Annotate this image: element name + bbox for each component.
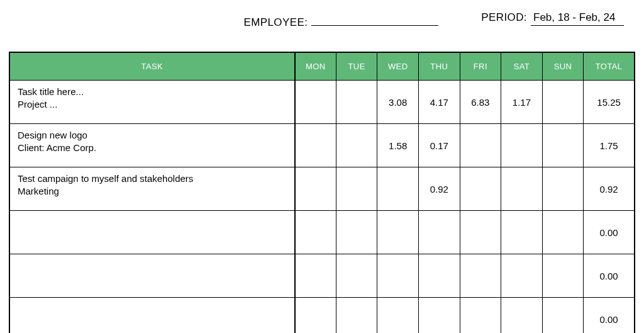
hours-cell-sat[interactable]	[501, 124, 543, 167]
col-task: TASK	[9, 52, 295, 81]
hours-cell-sun[interactable]	[542, 254, 584, 298]
hours-cell-tue[interactable]	[336, 254, 377, 298]
hours-cell-tue[interactable]	[336, 298, 377, 334]
hours-cell-sun[interactable]	[542, 124, 584, 167]
row-total-cell: 0.00	[584, 211, 635, 254]
task-cell[interactable]: Design new logoClient: Acme Corp.	[9, 124, 295, 167]
table-row: Design new logoClient: Acme Corp.1.580.1…	[9, 124, 635, 167]
col-sun: SUN	[542, 52, 584, 81]
header-row: TASK MON TUE WED THU FRI SAT SUN TOTAL	[9, 52, 635, 81]
hours-cell-mon[interactable]	[295, 211, 336, 254]
task-subtitle: Marketing	[18, 185, 287, 198]
hours-cell-sat[interactable]	[501, 254, 543, 298]
hours-cell-fri[interactable]	[460, 124, 501, 167]
table-row: 0.00	[9, 211, 635, 254]
hours-cell-wed[interactable]: 3.08	[377, 81, 419, 124]
task-cell[interactable]	[9, 211, 295, 254]
col-thu: THU	[418, 52, 460, 81]
table-row: 0.00	[9, 254, 635, 298]
hours-cell-sat[interactable]	[501, 298, 543, 334]
task-cell[interactable]: Test campaign to myself and stakeholders…	[9, 167, 295, 211]
timesheet-page: EMPLOYEE: PERIOD: Feb, 18 - Feb, 24 TASK…	[0, 0, 644, 333]
hours-cell-thu[interactable]: 0.17	[418, 124, 460, 167]
hours-cell-tue[interactable]	[336, 211, 377, 254]
hours-cell-thu[interactable]	[418, 298, 460, 334]
hours-cell-sat[interactable]	[501, 167, 543, 211]
row-total-cell: 1.75	[584, 124, 635, 167]
hours-cell-fri[interactable]	[460, 298, 501, 334]
hours-cell-thu[interactable]	[418, 254, 460, 298]
col-fri: FRI	[460, 52, 501, 81]
period-field: PERIOD: Feb, 18 - Feb, 24	[481, 11, 624, 29]
hours-cell-sun[interactable]	[542, 167, 584, 211]
task-subtitle: Client: Acme Corp.	[18, 142, 287, 154]
task-title: Task title here...	[18, 86, 287, 98]
row-total-cell: 15.25	[584, 81, 635, 124]
timesheet-table: TASK MON TUE WED THU FRI SAT SUN TOTAL T…	[9, 52, 635, 333]
table-row: Test campaign to myself and stakeholders…	[9, 167, 635, 211]
hours-cell-wed[interactable]	[377, 254, 419, 298]
hours-cell-fri[interactable]: 6.83	[460, 81, 501, 124]
hours-cell-wed[interactable]	[377, 167, 419, 211]
header-meta: EMPLOYEE: PERIOD: Feb, 18 - Feb, 24	[9, 11, 635, 29]
task-subtitle: Project ...	[18, 98, 287, 111]
hours-cell-mon[interactable]	[295, 81, 336, 124]
task-title: Design new logo	[18, 129, 287, 142]
hours-cell-fri[interactable]	[460, 167, 501, 211]
hours-cell-fri[interactable]	[460, 254, 501, 298]
task-cell[interactable]: Task title here...Project ...	[9, 81, 295, 124]
hours-cell-sun[interactable]	[542, 81, 584, 124]
hours-cell-wed[interactable]: 1.58	[377, 124, 419, 167]
hours-cell-fri[interactable]	[460, 211, 501, 254]
employee-label: EMPLOYEE:	[243, 16, 311, 29]
hours-cell-mon[interactable]	[295, 298, 336, 334]
col-tue: TUE	[336, 52, 377, 81]
hours-cell-thu[interactable]: 4.17	[418, 81, 460, 124]
hours-cell-thu[interactable]: 0.92	[418, 167, 460, 211]
task-cell[interactable]	[9, 298, 295, 334]
row-total-cell: 0.00	[584, 298, 635, 334]
hours-cell-sun[interactable]	[542, 211, 584, 254]
hours-cell-wed[interactable]	[377, 298, 419, 334]
row-total-cell: 0.00	[584, 254, 635, 298]
hours-cell-wed[interactable]	[377, 211, 419, 254]
col-wed: WED	[377, 52, 419, 81]
task-title: Test campaign to myself and stakeholders	[18, 172, 287, 185]
hours-cell-tue[interactable]	[336, 81, 377, 124]
employee-field: EMPLOYEE:	[243, 11, 438, 29]
period-value[interactable]: Feb, 18 - Feb, 24	[531, 11, 624, 26]
period-label: PERIOD:	[481, 11, 531, 24]
hours-cell-tue[interactable]	[336, 124, 377, 167]
task-cell[interactable]	[9, 254, 295, 298]
hours-cell-mon[interactable]	[295, 167, 336, 211]
employee-value[interactable]	[311, 11, 438, 26]
col-sat: SAT	[501, 52, 543, 81]
hours-cell-sat[interactable]	[501, 211, 543, 254]
hours-cell-mon[interactable]	[295, 254, 336, 298]
hours-cell-thu[interactable]	[418, 211, 460, 254]
hours-cell-sat[interactable]: 1.17	[501, 81, 543, 124]
col-mon: MON	[295, 52, 336, 81]
hours-cell-tue[interactable]	[336, 167, 377, 211]
table-row: 0.00	[9, 298, 635, 334]
row-total-cell: 0.92	[584, 167, 635, 211]
col-total: TOTAL	[584, 52, 635, 81]
hours-cell-sun[interactable]	[542, 298, 584, 334]
table-row: Task title here...Project ...3.084.176.8…	[9, 81, 635, 124]
hours-cell-mon[interactable]	[295, 124, 336, 167]
